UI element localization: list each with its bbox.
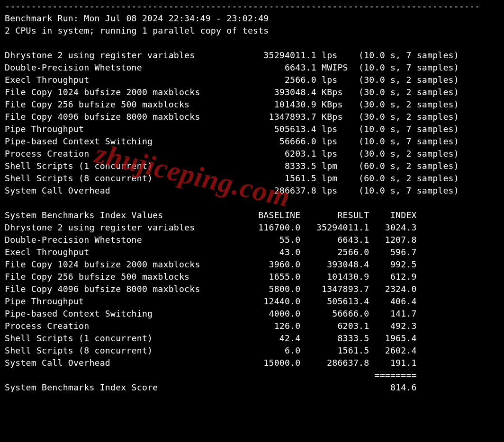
terminal-output: ----------------------------------------… xyxy=(0,0,504,394)
